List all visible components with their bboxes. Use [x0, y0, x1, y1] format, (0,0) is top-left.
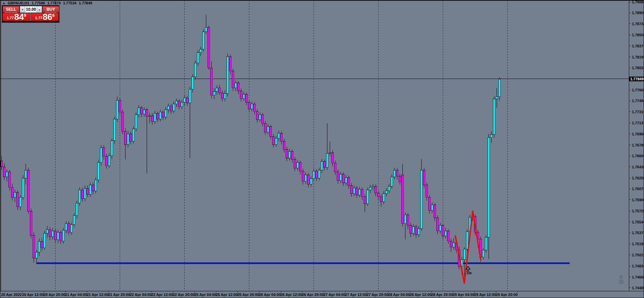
candle-body: [20, 197, 22, 207]
price-axis-label: 1.76250: [632, 176, 644, 180]
candle-body: [324, 161, 326, 168]
candle-body: [3, 167, 5, 177]
candle-body: [375, 186, 377, 193]
broker-watermark-icon: [619, 275, 623, 284]
candle-body: [316, 171, 318, 178]
candle-body: [275, 138, 277, 145]
candle-body: [197, 52, 199, 63]
price-axis-label: 1.78020: [632, 66, 644, 70]
quote-bar: ▲ GBPAUD,H1 1.77586 1.77874 1.77534 1.77…: [2, 1, 92, 5]
candle-body: [92, 185, 94, 191]
candle-body: [216, 88, 218, 92]
candle-body: [87, 189, 89, 195]
price-axis-label: 1.77315: [632, 110, 644, 114]
price-axis-label: 1.77665: [632, 88, 644, 92]
candle-body: [439, 225, 441, 231]
candle-body: [251, 104, 253, 109]
candle-body: [36, 252, 38, 258]
price-axis-label: 1.78375: [632, 44, 644, 48]
candle-body: [81, 190, 83, 199]
candle-body: [221, 93, 223, 98]
candle-body: [229, 57, 231, 71]
time-axis-label: 29 Apr 12:00: [474, 293, 496, 297]
collapse-panel-icon[interactable]: ▲: [2, 1, 5, 5]
price-axis-label: 1.75190: [632, 242, 644, 246]
price-axis-label: 1.75900: [632, 198, 644, 202]
candle-body: [238, 83, 240, 91]
price-axis-label: 1.75545: [632, 220, 644, 224]
price-axis-label: 1.74660: [632, 275, 644, 279]
candle-body: [57, 232, 59, 240]
candle-body: [499, 79, 501, 97]
candle-body: [294, 160, 296, 168]
candle-body: [464, 249, 466, 259]
candle-body: [17, 193, 19, 207]
candle-body: [415, 227, 417, 235]
candle-body: [337, 172, 339, 181]
candle-body: [396, 170, 398, 176]
sell-price-prefix: 1.77: [7, 16, 14, 20]
candle-body: [159, 112, 162, 119]
candle-body: [345, 177, 347, 183]
candle-body: [418, 228, 420, 235]
candle-body: [90, 185, 92, 194]
candle-body: [49, 230, 51, 237]
volume-input[interactable]: [25, 6, 37, 13]
candle-body: [186, 98, 188, 103]
candle-body: [429, 197, 431, 210]
chart-canvas[interactable]: 1.790801.789051.787301.785501.783751.781…: [0, 0, 644, 298]
candle-body: [168, 106, 170, 110]
time-axis-label: 21 Apr 12:00: [86, 293, 108, 297]
candle-body: [173, 104, 175, 111]
candle-body: [442, 225, 444, 236]
one-click-trading-panel: SELL ▼ ▲ BUY 1.77 84 9 1.77 86 6: [2, 5, 60, 23]
time-axis-label: 20 Apr 2022: [1, 293, 22, 297]
volume-increase-button[interactable]: ▲: [37, 6, 42, 13]
buy-price-button[interactable]: 1.77 86 6: [31, 13, 59, 21]
candle-body: [445, 231, 447, 236]
candle-body: [378, 193, 380, 197]
buy-price-prefix: 1.77: [35, 16, 42, 20]
candle-body: [114, 119, 116, 141]
candle-body: [380, 197, 382, 202]
candle-body: [299, 163, 301, 171]
candle-body: [356, 188, 358, 195]
candle-body: [30, 211, 32, 235]
candle-body: [71, 225, 73, 232]
time-axis-label: 29 Apr 20:00: [496, 293, 517, 297]
current-price-value: 1.77849: [630, 77, 644, 81]
candle-body: [353, 188, 355, 194]
candle-body: [426, 185, 428, 197]
candle-body: [98, 163, 100, 180]
candle-body: [491, 134, 493, 137]
time-axis-label: 28 Apr 04:00: [388, 293, 410, 297]
candle-body: [326, 153, 328, 168]
candle-body: [181, 102, 183, 107]
candle-body: [46, 230, 48, 233]
candle-body: [340, 174, 342, 181]
candle-body: [394, 170, 396, 177]
candle-body: [493, 99, 495, 135]
buy-price-big: 86: [43, 13, 52, 20]
price-axis-label: 1.79080: [632, 0, 644, 4]
time-axis-label: 28 Apr 20:00: [431, 293, 453, 297]
candle-body: [329, 153, 331, 153]
time-axis-label: 25 Apr 04:00: [194, 293, 216, 297]
time-axis-label: 27 Apr 12:00: [345, 293, 367, 297]
candle-body: [485, 237, 487, 250]
candle-body: [431, 205, 433, 211]
price-axis-label: 1.78195: [632, 55, 644, 59]
price-axis-label: 1.77135: [632, 121, 644, 125]
candle-body: [283, 141, 285, 150]
candle-body: [361, 189, 363, 197]
price-axis-label: 1.75370: [632, 231, 644, 235]
price-axis-label: 1.78550: [632, 33, 644, 37]
quote-low: 1.77534: [63, 1, 76, 5]
candle-body: [130, 134, 132, 141]
candle-body: [248, 102, 250, 109]
candle-body: [127, 134, 129, 144]
candle-body: [466, 231, 468, 249]
sell-price-button[interactable]: 1.77 84 9: [3, 13, 30, 21]
candle-body: [386, 190, 388, 194]
candle-body: [192, 77, 194, 89]
